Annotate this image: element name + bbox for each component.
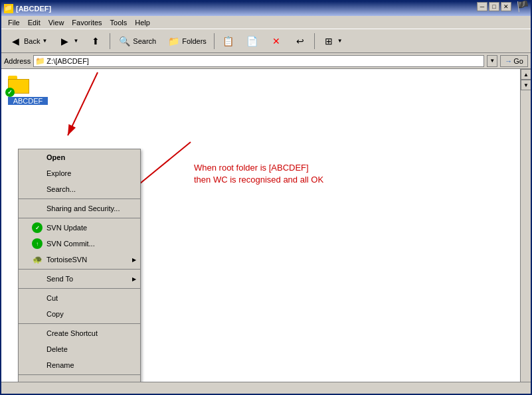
- ctx-sep-4: [19, 288, 140, 289]
- forward-icon: ▶: [58, 35, 71, 48]
- ctx-delete-icon: [32, 344, 43, 355]
- folder-icon-area: ✓ ABCDEF: [8, 76, 29, 94]
- svn-update-badge: ✓: [32, 222, 43, 233]
- svg-line-3: [68, 72, 98, 135]
- go-label: Go: [513, 57, 523, 65]
- back-button[interactable]: ◀ Back ▼: [4, 32, 52, 50]
- ctx-svn-update-icon: ✓: [32, 222, 43, 233]
- main-window: 📁 [ABCDEF] ─ □ ✕ 🏴 File Edit View Favori…: [0, 0, 532, 395]
- search-label: Search: [133, 37, 156, 45]
- ctx-rename[interactable]: Rename: [19, 357, 140, 373]
- views-icon: ⊞: [322, 35, 335, 48]
- menu-file[interactable]: File: [4, 17, 24, 28]
- ctx-svn-commit[interactable]: ↑ SVN Commit...: [19, 236, 140, 252]
- ctx-cut[interactable]: Cut: [19, 290, 140, 306]
- window-title: [ABCDEF]: [16, 5, 51, 13]
- ctx-svn-update[interactable]: ✓ SVN Update: [19, 220, 140, 236]
- menu-tools[interactable]: Tools: [106, 17, 132, 28]
- menu-edit[interactable]: Edit: [24, 17, 44, 28]
- menu-bar: File Edit View Favorites Tools Help: [1, 16, 531, 29]
- ctx-create-shortcut[interactable]: Create Shortcut: [19, 325, 140, 341]
- ctx-sendto-icon: [32, 274, 43, 284]
- search-button[interactable]: 🔍 Search: [113, 32, 161, 50]
- go-arrow-icon: →: [505, 57, 512, 65]
- address-label: Address: [4, 57, 31, 65]
- menu-help[interactable]: Help: [131, 17, 154, 28]
- scrollbar-up-button[interactable]: ▲: [521, 69, 531, 80]
- ctx-rename-icon: [32, 360, 43, 370]
- toolbar: ◀ Back ▼ ▶ ▼ ⬆ 🔍 Search 📁 Folders 📋: [1, 29, 531, 53]
- ctx-sep-5: [19, 323, 140, 324]
- ctx-open-icon: [32, 152, 43, 163]
- back-label: Back: [24, 37, 40, 45]
- ctx-explore-icon: [32, 168, 43, 179]
- move-icon: 📋: [222, 35, 235, 48]
- svn-commit-badge: ↑: [32, 238, 43, 249]
- forward-button[interactable]: ▶ ▼: [53, 32, 83, 50]
- main-content: ▲ ▼ ✓ ABCDEF Open Explore: [1, 69, 531, 382]
- ctx-copy-icon: [32, 309, 43, 319]
- ctx-sendto[interactable]: Send To ▶: [19, 271, 140, 287]
- context-menu: Open Explore Search... Sharing and Secur…: [18, 149, 141, 382]
- ctx-search[interactable]: Search...: [19, 181, 140, 197]
- ctx-cut-icon: [32, 293, 43, 303]
- address-arrow: [1, 69, 201, 162]
- minimize-button[interactable]: ─: [477, 2, 488, 11]
- back-icon: ◀: [9, 35, 22, 48]
- address-bar: Address 📁 Z:\[ABCDEF] ▼ → Go: [1, 53, 531, 69]
- ctx-sep-6: [19, 374, 140, 375]
- ctx-search-icon: [32, 184, 43, 195]
- maximize-button[interactable]: □: [489, 2, 499, 11]
- ctx-tortoise-icon: 🐢: [32, 254, 43, 265]
- address-folder-icon: 📁: [35, 56, 45, 66]
- folders-label: Folders: [182, 37, 207, 45]
- delete-button[interactable]: ✕: [265, 32, 288, 50]
- ctx-open[interactable]: Open: [19, 149, 140, 165]
- status-bar: [1, 382, 531, 394]
- copy-button[interactable]: 📄: [241, 32, 264, 50]
- scrollbar-down-button[interactable]: ▼: [521, 80, 531, 90]
- address-dropdown[interactable]: ▼: [487, 55, 497, 67]
- undo-button[interactable]: ↩: [289, 32, 311, 50]
- ctx-delete[interactable]: Delete: [19, 341, 140, 357]
- svn-ok-badge: ✓: [5, 88, 15, 97]
- address-path: Z:\[ABCDEF]: [46, 57, 89, 65]
- move-button[interactable]: 📋: [217, 32, 240, 50]
- up-button[interactable]: ⬆: [84, 32, 107, 50]
- toolbar-separator-1: [110, 33, 110, 49]
- ctx-sharing-icon: [32, 203, 43, 214]
- delete-icon: ✕: [270, 35, 283, 48]
- right-scrollbar[interactable]: ▲ ▼: [520, 69, 531, 382]
- ctx-explore[interactable]: Explore: [19, 165, 140, 181]
- views-button[interactable]: ⊞ ▼: [317, 32, 347, 50]
- folder-label: ABCDEF: [8, 97, 48, 105]
- window-icon: 📁: [4, 4, 13, 13]
- ctx-properties[interactable]: Properties: [19, 376, 140, 382]
- toolbar-separator-3: [314, 33, 315, 49]
- menu-view[interactable]: View: [44, 17, 68, 28]
- sendto-submenu-arrow: ▶: [132, 276, 136, 282]
- search-icon: 🔍: [118, 35, 131, 48]
- menu-favorites[interactable]: Favorites: [68, 17, 106, 28]
- up-icon: ⬆: [89, 35, 102, 48]
- ctx-sep-2: [19, 218, 140, 218]
- go-button[interactable]: → Go: [500, 55, 528, 67]
- ctx-sep-1: [19, 198, 140, 199]
- tortoisesvn-submenu-arrow: ▶: [132, 257, 136, 263]
- title-bar: 📁 [ABCDEF] ─ □ ✕ 🏴: [1, 1, 531, 16]
- window-controls: ─ □ ✕: [477, 2, 511, 11]
- windows-logo: 🏴: [516, 1, 529, 12]
- close-button[interactable]: ✕: [501, 2, 511, 11]
- folder-icon: ✓: [8, 76, 29, 94]
- back-dropdown-arrow: ▼: [42, 38, 47, 44]
- forward-dropdown-arrow: ▼: [73, 38, 78, 44]
- title-bar-left: 📁 [ABCDEF]: [4, 4, 51, 13]
- folders-button[interactable]: 📁 Folders: [162, 32, 211, 50]
- ctx-sharing[interactable]: Sharing and Security...: [19, 200, 140, 216]
- ctx-copy[interactable]: Copy: [19, 306, 140, 322]
- ctx-svn-commit-icon: ↑: [32, 238, 43, 249]
- annotation: When root folder is [ABCDEF] then WC is …: [194, 162, 323, 186]
- address-input[interactable]: 📁 Z:\[ABCDEF]: [33, 55, 484, 67]
- ctx-sep-3: [19, 269, 140, 270]
- ctx-tortoisesvn[interactable]: 🐢 TortoiseSVN ▶: [19, 252, 140, 268]
